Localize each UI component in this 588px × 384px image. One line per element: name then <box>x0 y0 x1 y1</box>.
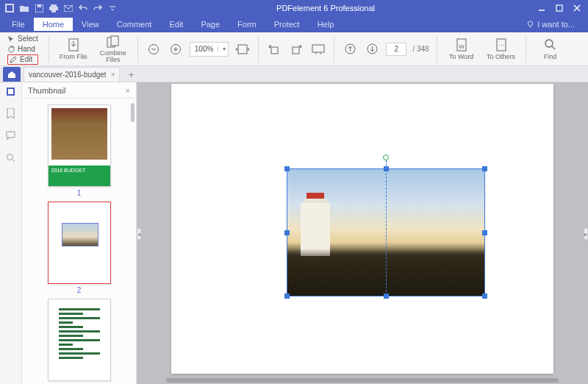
combine-files-button[interactable]: Combine Files <box>96 34 130 65</box>
workspace: Thumbnail × 2016 BUDGET 1 2 3 <box>0 82 588 384</box>
thumbnail-3[interactable]: 3 <box>46 299 113 384</box>
find-icon <box>544 38 557 51</box>
svg-rect-23 <box>312 45 324 52</box>
to-others-label: To Others <box>487 53 515 60</box>
titlebar: PDFelement 6 Professional <box>0 0 588 16</box>
menu-page[interactable]: Page <box>192 18 229 31</box>
zoom-combo[interactable]: 100%▾ <box>190 42 229 57</box>
thumbnail-1[interactable]: 2016 BUDGET 1 <box>46 104 113 197</box>
resize-handle-tr[interactable] <box>482 166 487 171</box>
svg-text:⋯: ⋯ <box>498 42 504 49</box>
collapse-left-handle[interactable]: ◂ <box>137 228 141 240</box>
search-panel-icon[interactable] <box>5 152 17 163</box>
start-tab[interactable] <box>3 67 21 82</box>
menu-view[interactable]: View <box>73 18 108 31</box>
page-total-value: 348 <box>417 45 429 53</box>
email-icon[interactable] <box>63 3 74 13</box>
close-thumbnail-icon[interactable]: × <box>126 86 130 95</box>
thumbnail-header: Thumbnail × <box>22 82 136 99</box>
svg-rect-4 <box>51 4 57 7</box>
comments-icon[interactable] <box>5 129 17 141</box>
rotation-handle[interactable] <box>383 154 389 160</box>
menu-help[interactable]: Help <box>309 18 343 31</box>
window-controls <box>534 1 588 15</box>
hand-label: Hand <box>18 45 35 53</box>
combine-icon <box>107 35 120 49</box>
thumbnail-2[interactable]: 2 <box>46 202 113 294</box>
resize-handle-ml[interactable] <box>284 230 290 235</box>
svg-rect-9 <box>556 5 562 11</box>
svg-text:W: W <box>459 43 465 50</box>
combine-label: Combine Files <box>100 50 126 63</box>
print-icon[interactable] <box>49 3 59 13</box>
app-logo-icon <box>4 3 15 13</box>
presentation-button[interactable] <box>310 41 326 57</box>
bookmarks-icon[interactable] <box>5 107 17 119</box>
document-tab[interactable]: vancouver-2016-budget × <box>24 67 120 82</box>
tool-mode-group: Select Hand Edit <box>4 34 41 65</box>
find-label: Find <box>544 53 557 60</box>
resize-handle-mr[interactable] <box>482 230 487 235</box>
thumb1-label: 1 <box>77 189 82 197</box>
menu-home[interactable]: Home <box>34 18 73 31</box>
to-others-button[interactable]: ⋯ To Others <box>484 34 518 65</box>
open-icon[interactable] <box>19 3 29 13</box>
close-button[interactable] <box>569 1 585 15</box>
thumbnail-scrollbar[interactable] <box>131 103 135 122</box>
close-tab-icon[interactable]: × <box>111 71 115 79</box>
i-want-to[interactable]: I want to... <box>526 20 588 29</box>
svg-rect-14 <box>111 36 118 46</box>
edit-tool[interactable]: Edit <box>7 54 38 65</box>
page-canvas[interactable] <box>171 84 553 374</box>
next-page-button[interactable] <box>364 41 380 57</box>
undo-icon[interactable] <box>78 3 88 13</box>
from-file-button[interactable]: From File <box>57 34 90 65</box>
resize-handle-br[interactable] <box>482 294 487 299</box>
redo-icon[interactable] <box>93 3 103 13</box>
thumb1-caption: 2016 BUDGET <box>49 166 110 186</box>
lightbulb-icon <box>526 21 534 29</box>
to-word-button[interactable]: W To Word <box>445 34 478 65</box>
selected-image[interactable] <box>287 169 484 296</box>
menu-file[interactable]: File <box>3 18 34 31</box>
menu-comment[interactable]: Comment <box>108 18 161 31</box>
canvas-area[interactable]: ◂ ▸ <box>137 82 588 384</box>
svg-rect-22 <box>293 47 299 54</box>
chevron-down-icon[interactable]: ▾ <box>218 46 228 52</box>
find-button[interactable]: Find <box>534 34 567 65</box>
zoom-out-button[interactable] <box>146 41 162 57</box>
menubar: File Home View Comment Edit Page Form Pr… <box>0 16 588 32</box>
new-tab-button[interactable]: + <box>124 68 137 82</box>
fit-width-button[interactable] <box>234 41 251 57</box>
svg-rect-33 <box>8 89 13 94</box>
svg-rect-21 <box>271 47 278 54</box>
collapse-right-handle[interactable]: ▸ <box>584 228 588 240</box>
menu-form[interactable]: Form <box>229 18 265 31</box>
thumbnail-list[interactable]: 2016 BUDGET 1 2 3 <box>22 99 136 384</box>
hand-tool[interactable]: Hand <box>7 44 38 54</box>
svg-rect-20 <box>238 45 247 54</box>
resize-handle-bm[interactable] <box>384 294 389 299</box>
thumbnails-icon[interactable] <box>5 85 17 97</box>
app-title: PDFelement 6 Professional <box>118 4 534 13</box>
horizontal-scrollbar[interactable] <box>166 378 559 383</box>
svg-rect-34 <box>7 132 15 138</box>
resize-handle-tl[interactable] <box>284 166 290 171</box>
menu-edit[interactable]: Edit <box>160 18 192 31</box>
zoom-in-button[interactable] <box>168 41 184 57</box>
maximize-button[interactable] <box>551 1 567 15</box>
rotate-right-button[interactable] <box>288 41 304 57</box>
page-number-input[interactable] <box>386 43 406 56</box>
minimize-button[interactable] <box>534 1 550 15</box>
quick-access <box>0 3 118 13</box>
qat-dropdown-icon[interactable] <box>107 3 118 13</box>
prev-page-button[interactable] <box>342 41 358 57</box>
from-file-icon <box>67 38 80 51</box>
menu-protect[interactable]: Protect <box>265 18 309 31</box>
resize-handle-tm[interactable] <box>384 166 389 171</box>
select-tool[interactable]: Select <box>7 34 38 44</box>
resize-handle-bl[interactable] <box>284 294 290 299</box>
rotate-left-button[interactable] <box>266 41 282 57</box>
save-icon[interactable] <box>34 3 44 13</box>
to-word-icon: W <box>455 38 468 51</box>
